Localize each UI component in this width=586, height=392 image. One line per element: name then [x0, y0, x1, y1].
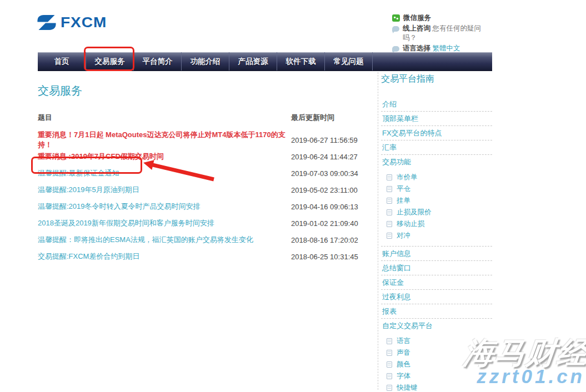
- row-date: 2019-07-03 09:00:34: [291, 169, 358, 178]
- sidebar-item-reports[interactable]: 报表: [381, 304, 492, 319]
- announcement-link[interactable]: 2018圣诞及2019新年假期交易时间和客户服务时间安排: [38, 218, 291, 228]
- wechat-icon: [392, 14, 400, 22]
- watermark-url: zzrt01.cn: [477, 365, 585, 388]
- table-row: 交易提醒:FXCM差价合约到期日 2018-06-25 10:31:45: [38, 248, 382, 265]
- language-link[interactable]: 繁體中文: [432, 44, 460, 52]
- row-date: 2019-05-02 23:11:00: [291, 186, 358, 194]
- fxcm-trading-services-page: FXCM 微信服务 线上咨询 您有任何的疑问吗？ 语言选择 繁體中文 首页 交易…: [0, 0, 586, 392]
- nav-item-trading-services[interactable]: 交易服务: [86, 52, 133, 71]
- main-nav: 首页 交易服务 平台简介 功能介绍 产品资源 软件下载 常见问题: [38, 52, 492, 71]
- table-row: 2018圣诞及2019新年假期交易时间和客户服务时间安排 2019-01-02 …: [38, 215, 382, 232]
- consult-label: 线上咨询: [403, 24, 430, 32]
- sidebar-subitem-stop-limit[interactable]: 止损及限价: [381, 207, 492, 218]
- nav-item-features[interactable]: 功能介绍: [181, 52, 229, 71]
- wechat-label: 微信服务: [403, 13, 431, 23]
- subitem-label: 挂单: [397, 196, 410, 205]
- table-row: 重要消息！7月1日起 MetaQoutes迈达克公司将停止对MT4版本低于117…: [38, 132, 382, 148]
- sidebar-item-top-menu[interactable]: 顶部菜单栏: [381, 112, 492, 126]
- document-icon: [387, 350, 392, 356]
- nav-item-platform-intro[interactable]: 平台简介: [133, 52, 181, 71]
- document-icon: [387, 233, 392, 239]
- announcement-link[interactable]: 交易提醒:FXCM差价合约到期日: [38, 252, 291, 262]
- fxcm-logo-icon: [37, 14, 57, 31]
- sidebar-item-overnight-interest[interactable]: 过夜利息: [381, 290, 492, 304]
- document-icon: [387, 338, 392, 344]
- document-icon: [387, 373, 392, 379]
- subitem-label: 移动止损: [397, 219, 424, 229]
- sidebar-item-trading-functions[interactable]: 交易功能: [381, 155, 492, 169]
- sidebar-sublist: 市价单 平仓 挂单 止损及限价 移动止损 对冲: [381, 169, 492, 247]
- subitem-label: 字体: [397, 371, 410, 381]
- row-date: 2018-08-16 17:20:02: [291, 236, 358, 244]
- announcement-link[interactable]: 温馨提醒:2019冬令时转入夏令时产品交易时间安排: [38, 202, 291, 212]
- wechat-service-link[interactable]: 微信服务: [392, 13, 492, 23]
- table-row: 温馨提醒:2019冬令时转入夏令时产品交易时间安排 2019-04-16 09:…: [38, 198, 382, 215]
- nav-item-home[interactable]: 首页: [38, 52, 86, 71]
- table-row-highlighted: 温馨提醒:最新保证金通知 2019-07-03 09:00:34: [38, 165, 382, 182]
- sidebar-subitem-shortcuts[interactable]: 快捷键: [381, 382, 492, 392]
- sidebar-item-customize-platform[interactable]: 自定义交易平台: [381, 319, 492, 333]
- nav-item-software-download[interactable]: 软件下载: [277, 52, 324, 71]
- table-row: 重要消息 :2019年7月CFD假期交易时间 2019-06-24 11:44:…: [38, 148, 382, 165]
- chat-bubble-icon: [392, 46, 399, 52]
- announcement-link[interactable]: 重要消息 :2019年7月CFD假期交易时间: [38, 152, 291, 162]
- sidebar-item-intro[interactable]: 介绍: [381, 97, 492, 112]
- sidebar-item-fx-platform-features[interactable]: FX交易平台的特点: [381, 126, 492, 140]
- subitem-label: 快捷键: [397, 383, 418, 392]
- subitem-label: 平仓: [397, 184, 410, 194]
- document-icon: [387, 209, 392, 215]
- online-consult-link[interactable]: 线上咨询 您有任何的疑问吗？: [392, 24, 492, 43]
- document-icon: [387, 174, 392, 180]
- sidebar-subitem-pending-order[interactable]: 挂单: [381, 195, 492, 207]
- subitem-label: 颜色: [397, 360, 410, 369]
- sidebar-item-account-info[interactable]: 账户信息: [381, 247, 492, 261]
- nav-item-product-resources[interactable]: 产品资源: [229, 52, 277, 71]
- row-date: 2019-01-02 21:09:40: [291, 219, 358, 228]
- subitem-label: 对冲: [397, 231, 410, 240]
- table-header: 题目 最后更新时间: [38, 113, 382, 132]
- row-date: 2019-04-16 09:06:13: [291, 203, 358, 211]
- announcement-link-margin-notice[interactable]: 温馨提醒:最新保证金通知: [38, 168, 291, 178]
- announcement-link[interactable]: 温馨提醒：即将推出的ESMA法规，福汇英国的账户交易将发生变化: [38, 235, 291, 245]
- sidebar-subitem-trailing-stop[interactable]: 移动止损: [381, 218, 492, 230]
- row-date: 2018-06-25 10:31:45: [291, 253, 358, 261]
- sidebar-title: 交易平台指南: [381, 73, 492, 85]
- subitem-label: 市价单: [397, 173, 418, 182]
- sidebar-subitem-hedging[interactable]: 对冲: [381, 230, 492, 242]
- document-icon: [387, 361, 392, 368]
- sidebar-item-rates[interactable]: 汇率: [381, 140, 492, 155]
- document-icon: [387, 221, 392, 227]
- table-row: 温馨提醒:2019年5月原油到期日 2019-05-02 23:11:00: [38, 182, 382, 198]
- sidebar-item-summary-window[interactable]: 总结窗口: [381, 261, 492, 275]
- column-header-title: 题目: [38, 113, 291, 132]
- row-date: 2019-06-24 11:44:27: [291, 153, 358, 161]
- table-row: 温馨提醒：即将推出的ESMA法规，福汇英国的账户交易将发生变化 2018-08-…: [38, 232, 382, 248]
- nav-item-faq[interactable]: 常见问题: [324, 52, 372, 71]
- fxcm-logo[interactable]: FXCM: [37, 13, 107, 31]
- announcement-link[interactable]: 重要消息！7月1日起 MetaQoutes迈达克公司将停止对MT4版本低于117…: [38, 130, 291, 150]
- language-label: 语言选择: [403, 44, 430, 52]
- consult-text: 线上咨询 您有任何的疑问吗？: [403, 24, 492, 43]
- subitem-label: 语言: [397, 336, 410, 346]
- sidebar-divider: [378, 72, 378, 390]
- page-title: 交易服务: [38, 83, 382, 98]
- logo-text: FXCM: [61, 14, 107, 31]
- row-date: 2019-06-27 11:56:59: [291, 136, 358, 144]
- column-header-updated: 最后更新时间: [291, 113, 334, 132]
- subitem-label: 止损及限价: [397, 208, 432, 217]
- document-icon: [387, 198, 392, 204]
- document-icon: [387, 186, 392, 192]
- main-content: 交易服务 题目 最后更新时间 重要消息！7月1日起 MetaQoutes迈达克公…: [38, 83, 382, 265]
- sidebar-subitem-close-position[interactable]: 平仓: [381, 183, 492, 195]
- nav-filler: [372, 52, 492, 71]
- subitem-label: 声音: [397, 348, 410, 358]
- sidebar-subitem-market-order[interactable]: 市价单: [381, 172, 492, 183]
- sidebar-item-margin[interactable]: 保证金: [381, 275, 492, 290]
- document-icon: [387, 385, 392, 391]
- chat-bubble-icon: [392, 26, 399, 32]
- announcement-link[interactable]: 温馨提醒:2019年5月原油到期日: [38, 185, 291, 195]
